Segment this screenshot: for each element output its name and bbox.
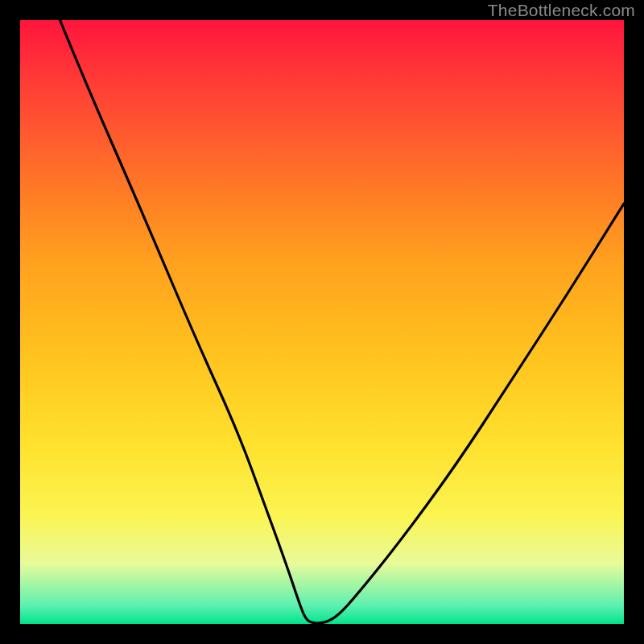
- chart-frame: [0, 0, 644, 644]
- watermark-text: TheBottleneck.com: [488, 1, 635, 20]
